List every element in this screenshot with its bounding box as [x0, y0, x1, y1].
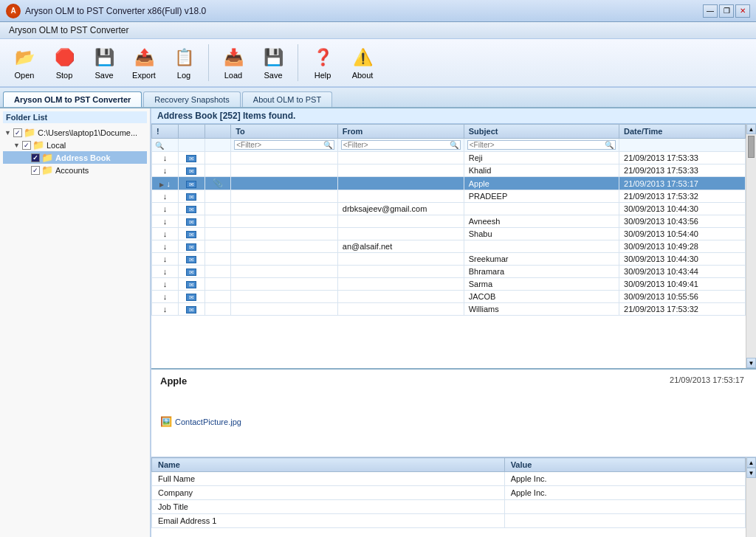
table-row[interactable]: ↓✉PRADEEP21/09/2013 17:53:32 [152, 190, 746, 203]
properties-panel: Name Value Full NameApple Inc.CompanyApp… [151, 457, 756, 537]
table-row[interactable]: ↓✉Khalid21/09/2013 17:53:33 [152, 164, 746, 177]
col-name: Name [152, 458, 505, 472]
col-attachment [205, 125, 230, 139]
filter-from-input[interactable] [343, 141, 448, 149]
table-row[interactable]: ↓✉Williams21/09/2013 17:53:32 [152, 303, 746, 316]
props-scroll-up[interactable]: ▲ [746, 457, 756, 468]
filter-subject-input[interactable] [470, 141, 603, 149]
row-from [337, 228, 464, 240]
about-button[interactable]: ⚠️ About [344, 42, 381, 83]
email-list-container[interactable]: ! To From Subject Date/Time [151, 124, 746, 368]
save2-button[interactable]: 💾 Save [255, 42, 292, 83]
email-icon: ✉ [186, 193, 196, 201]
row-type-icon: ✉ [179, 303, 205, 316]
maximize-button[interactable]: ❐ [719, 4, 734, 18]
close-button[interactable]: ✕ [735, 4, 750, 18]
filter-subject-cell[interactable]: 🔍 [464, 139, 619, 152]
scroll-down-arrow[interactable]: ▼ [746, 358, 756, 368]
filter-to-input[interactable] [236, 141, 322, 149]
table-row[interactable]: ↓✉Sarma30/09/2013 10:49:41 [152, 278, 746, 291]
local-folder-icon: 📁 [32, 139, 44, 150]
filter-attach-cell [205, 139, 230, 152]
tab-about[interactable]: About OLM to PST [242, 91, 332, 107]
row-subject [464, 203, 619, 215]
accounts-label: Accounts [55, 166, 89, 175]
email-table-body: 🔍 🔍 [152, 139, 746, 316]
folder-list-header: Folder List [3, 111, 147, 123]
log-icon: 📋 [172, 46, 196, 69]
scroll-up-arrow[interactable]: ▲ [746, 124, 756, 134]
row-flag: ↓ [152, 228, 179, 240]
row-to [231, 164, 338, 177]
email-icon: ✉ [186, 294, 196, 301]
filter-to-cell[interactable]: 🔍 [231, 139, 338, 152]
log-button[interactable]: 📋 Log [165, 42, 202, 83]
table-row[interactable]: ↓✉Shabu30/09/2013 10:54:40 [152, 228, 746, 240]
table-row[interactable]: ↓✉Sreekumar30/09/2013 10:44:30 [152, 253, 746, 266]
open-button[interactable]: 📂 Open [6, 42, 43, 83]
row-attachment [205, 215, 230, 228]
row-type-icon: ✉ [179, 291, 205, 303]
tree-root[interactable]: ▼ ✓ 📁 C:\Users\laptop1\Docume... [3, 126, 147, 139]
title-text: Aryson OLM to PST Converter x86(Full) v1… [25, 6, 703, 16]
table-row[interactable]: ↓✉Reji21/09/2013 17:53:33 [152, 152, 746, 164]
col-datetime: Date/Time [619, 125, 746, 139]
open-icon: 📂 [13, 46, 36, 69]
accounts-checkbox[interactable]: ✓ [31, 166, 40, 175]
menubar-app-name[interactable]: Aryson OLM to PST Converter [3, 24, 135, 37]
props-row: Job Title [152, 500, 746, 514]
local-checkbox[interactable]: ✓ [22, 141, 31, 150]
table-row[interactable]: ↓✉Bhramara30/09/2013 10:43:44 [152, 266, 746, 278]
tree-local[interactable]: ▼ ✓ 📁 Local [3, 139, 147, 151]
row-datetime: 21/09/2013 17:53:17 [619, 177, 746, 190]
tab-converter[interactable]: Aryson OLM to PST Converter [3, 91, 142, 107]
row-flag: ↓ [152, 291, 179, 303]
table-header-row: ! To From Subject Date/Time [152, 125, 746, 139]
load-button[interactable]: 📥 Load [215, 42, 252, 83]
about-label: About [352, 71, 374, 80]
props-value: Apple Inc. [504, 486, 745, 500]
help-button[interactable]: ❓ Help [304, 42, 341, 83]
table-row[interactable]: ↓✉an@alsaif.net30/09/2013 10:49:28 [152, 240, 746, 253]
row-from [337, 278, 464, 291]
minimize-button[interactable]: — [703, 4, 718, 18]
row-flag: ↓ [152, 278, 179, 291]
export-button[interactable]: 📤 Export [126, 42, 162, 83]
addressbook-checkbox[interactable]: ✓ [31, 153, 40, 162]
row-datetime: 30/09/2013 10:49:41 [619, 278, 746, 291]
root-checkbox[interactable]: ✓ [13, 128, 22, 137]
table-row[interactable]: ▶ ↓✉📎Apple21/09/2013 17:53:17 [152, 177, 746, 190]
email-icon: ✉ [186, 155, 196, 162]
main-area: Folder List ▼ ✓ 📁 C:\Users\laptop1\Docum… [0, 108, 756, 537]
props-scroll-down[interactable]: ▼ [746, 468, 756, 478]
stop-label: Stop [56, 71, 73, 80]
row-flag: ↓ [152, 303, 179, 316]
row-to [231, 278, 338, 291]
filter-from-cell[interactable]: 🔍 [337, 139, 464, 152]
save2-icon: 💾 [261, 46, 285, 69]
email-list-scrollbar[interactable]: ▲ ▼ [746, 124, 756, 368]
tree-accounts[interactable]: ✓ 📁 Accounts [3, 164, 147, 176]
props-header-row: Name Value [152, 458, 746, 472]
root-expand-icon: ▼ [4, 129, 12, 136]
table-row[interactable]: ↓✉drbksajeev@gmail.com30/09/2013 10:44:3… [152, 203, 746, 215]
table-row[interactable]: ↓✉JACOB30/09/2013 10:55:56 [152, 291, 746, 303]
row-attachment [205, 278, 230, 291]
row-datetime: 21/09/2013 17:53:33 [619, 152, 746, 164]
tab-recovery[interactable]: Recovery Snapshots [143, 91, 241, 107]
toolbar: 📂 Open 🛑 Stop 💾 Save 📤 Export 📋 Log 📥 Lo… [0, 39, 756, 88]
email-icon: ✉ [186, 167, 196, 175]
preview-attachment[interactable]: 🖼️ ContactPicture.jpg [160, 416, 747, 427]
tree-address-book[interactable]: ✓ 📁 Address Book [3, 151, 147, 164]
table-row[interactable]: ↓✉Avneesh30/09/2013 10:43:56 [152, 215, 746, 228]
row-to [231, 303, 338, 316]
row-subject: PRADEEP [464, 190, 619, 203]
row-type-icon: ✉ [179, 152, 205, 164]
row-flag: ↓ [152, 266, 179, 278]
stop-button[interactable]: 🛑 Stop [46, 42, 83, 83]
col-from: From [337, 125, 464, 139]
row-subject: Shabu [464, 228, 619, 240]
scroll-thumb[interactable] [748, 136, 755, 158]
save-button[interactable]: 💾 Save [86, 42, 123, 83]
props-scrollbar[interactable]: ▲ ▼ [746, 457, 756, 537]
